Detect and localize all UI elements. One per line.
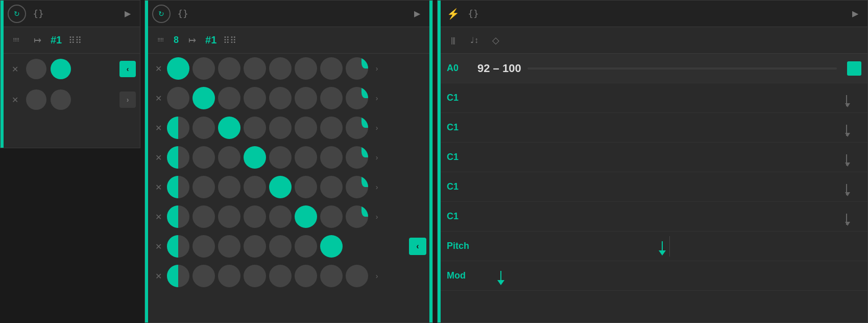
c-r6-5[interactable] — [269, 205, 292, 228]
c-r7-7[interactable] — [320, 235, 343, 258]
mute-x-r4[interactable]: ✕ — [151, 153, 165, 163]
c-r4-1[interactable] — [167, 146, 189, 169]
c-r6-8[interactable] — [346, 205, 368, 228]
c-r1-2[interactable] — [192, 57, 215, 80]
c-r1-7[interactable] — [320, 57, 343, 80]
circle-1-1[interactable] — [26, 59, 46, 79]
c-r2-5[interactable] — [269, 87, 292, 109]
braces-icon[interactable]: {} — [30, 6, 46, 22]
c-r8-6[interactable] — [295, 265, 317, 287]
circle-2-2[interactable] — [51, 89, 71, 110]
bolt-icon[interactable]: ⚡ — [445, 6, 461, 22]
c-r3-6[interactable] — [295, 117, 317, 139]
c-r3-2[interactable] — [192, 117, 215, 139]
mute-x-r5[interactable]: ✕ — [151, 182, 165, 192]
c-r1-8[interactable] — [346, 57, 368, 80]
c-r5-2[interactable] — [192, 176, 215, 198]
row-arrow-2[interactable]: › — [370, 91, 384, 105]
c-r2-8[interactable] — [346, 87, 368, 109]
c-r8-4[interactable] — [244, 265, 266, 287]
play-icon-3[interactable]: ▶ — [847, 6, 863, 22]
row-arrow-4[interactable]: › — [370, 150, 384, 165]
grid-icon[interactable]: ⠿⠿ — [67, 32, 83, 49]
c-r5-3[interactable] — [218, 176, 240, 198]
c-r6-1[interactable] — [167, 205, 189, 228]
c-r6-4[interactable] — [244, 205, 266, 228]
arrow-left-teal-btn[interactable]: ‹ — [409, 238, 426, 255]
c-r2-6[interactable] — [295, 87, 317, 109]
c-r7-4[interactable] — [244, 235, 266, 258]
c-r3-7[interactable] — [320, 117, 343, 139]
row-arrow-3[interactable]: › — [370, 121, 384, 135]
c-r8-8[interactable] — [346, 265, 368, 287]
c-r5-6[interactable] — [295, 176, 317, 198]
c-r2-7[interactable] — [320, 87, 343, 109]
mute-x-r3[interactable]: ✕ — [151, 123, 165, 133]
c-r6-2[interactable] — [192, 205, 215, 228]
c-r7-1[interactable] — [167, 235, 189, 258]
c-r6-6[interactable] — [295, 205, 317, 228]
c-r4-6[interactable] — [295, 146, 317, 169]
c-r2-4[interactable] — [244, 87, 266, 109]
loop-icon[interactable]: ↻ — [8, 5, 26, 23]
bars-icon[interactable]: ||| — [445, 32, 461, 49]
diamond-icon[interactable]: ◇ — [488, 32, 504, 49]
braces-icon-2[interactable]: {} — [175, 6, 191, 22]
c-r8-2[interactable] — [192, 265, 215, 287]
c-r1-3[interactable] — [218, 57, 240, 80]
mute-x-r6[interactable]: ✕ — [151, 212, 165, 222]
mute-x-r2[interactable]: ✕ — [151, 94, 165, 103]
c-r2-3[interactable] — [218, 87, 240, 109]
mute-x-1[interactable]: ✕ — [8, 64, 22, 74]
c-r7-5[interactable] — [269, 235, 292, 258]
play-icon-2[interactable]: ▶ — [409, 6, 425, 22]
c-r3-4[interactable] — [244, 117, 266, 139]
loop-icon-2[interactable]: ↻ — [152, 5, 171, 23]
mute-x-r7[interactable]: ✕ — [151, 242, 165, 251]
row-arrow-6[interactable]: › — [370, 210, 384, 224]
c-r8-7[interactable] — [320, 265, 343, 287]
c-r4-4[interactable] — [244, 146, 266, 169]
play-icon[interactable]: ▶ — [119, 6, 136, 22]
arrow-right-btn-2[interactable]: › — [119, 91, 136, 108]
c-r4-3[interactable] — [218, 146, 240, 169]
c-r1-4[interactable] — [244, 57, 266, 80]
c-r8-5[interactable] — [269, 265, 292, 287]
c-r1-6[interactable] — [295, 57, 317, 80]
row-arrow-8[interactable]: › — [370, 269, 384, 283]
c-r3-3[interactable] — [218, 117, 240, 139]
mute-x-r8[interactable]: ✕ — [151, 271, 165, 281]
row-arrow-1[interactable]: › — [370, 61, 384, 76]
circle-1-2[interactable] — [51, 59, 71, 79]
c-r8-1[interactable] — [167, 265, 189, 287]
c-r5-8[interactable] — [346, 176, 368, 198]
c-r4-5[interactable] — [269, 146, 292, 169]
c-r4-8[interactable] — [346, 146, 368, 169]
mute-x-2[interactable]: ✕ — [8, 95, 22, 105]
c-r2-1[interactable] — [167, 87, 189, 109]
grid-icon-2[interactable]: ⠿⠿ — [222, 32, 238, 49]
c-r7-3[interactable] — [218, 235, 240, 258]
c-r4-2[interactable] — [192, 146, 215, 169]
c-r3-1[interactable] — [167, 117, 189, 139]
c-r6-3[interactable] — [218, 205, 240, 228]
c-r6-7[interactable] — [320, 205, 343, 228]
c-r4-7[interactable] — [320, 146, 343, 169]
c-r5-4[interactable] — [244, 176, 266, 198]
dots-icon[interactable]: ⠿⠿ — [8, 32, 24, 49]
mute-x-r1[interactable]: ✕ — [151, 64, 165, 74]
row-arrow-5[interactable]: › — [370, 180, 384, 194]
c-r1-5[interactable] — [269, 57, 292, 80]
c-r5-1[interactable] — [167, 176, 189, 198]
arrow-in-icon-2[interactable]: ↦ — [184, 32, 200, 49]
c-r3-8[interactable] — [346, 117, 368, 139]
c-r7-6[interactable] — [295, 235, 317, 258]
dots-icon-2[interactable]: ⠿⠿ — [152, 32, 168, 49]
note-icon[interactable]: ♩↕ — [466, 32, 483, 49]
braces-icon-3[interactable]: {} — [465, 6, 481, 22]
c-r8-3[interactable] — [218, 265, 240, 287]
c-r2-2[interactable] — [192, 87, 215, 109]
c-r7-2[interactable] — [192, 235, 215, 258]
arrow-in-icon[interactable]: ↦ — [29, 32, 45, 49]
c-r3-5[interactable] — [269, 117, 292, 139]
